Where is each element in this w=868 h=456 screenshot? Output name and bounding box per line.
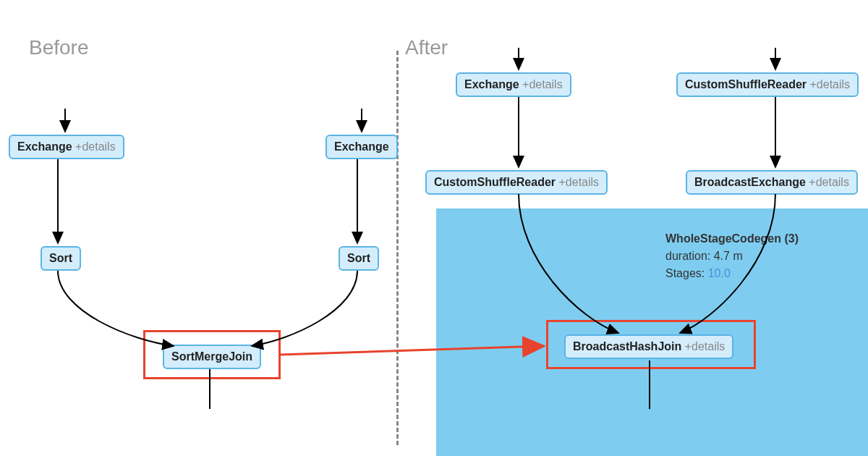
section-title-before: Before: [29, 36, 89, 59]
stage-stages: Stages: 10.0: [665, 265, 799, 282]
stage-title: WholeStageCodegen (3): [665, 230, 799, 248]
section-title-after: After: [405, 36, 448, 59]
node-sort-left: Sort: [41, 246, 81, 271]
stage-info: WholeStageCodegen (3) duration: 4.7 m St…: [665, 230, 799, 282]
highlight-after-join: [546, 320, 756, 369]
highlight-before-join: [143, 330, 281, 379]
node-label: CustomShuffleReader: [685, 78, 807, 90]
node-exchange-right: Exchange: [326, 135, 398, 159]
node-customshufflereader-top: CustomShuffleReader +details: [676, 72, 859, 97]
node-broadcastexchange: BroadcastExchange +details: [686, 170, 858, 195]
node-details[interactable]: +details: [75, 140, 116, 153]
node-label: CustomShuffleReader: [434, 176, 556, 188]
stage-duration: duration: 4.7 m: [665, 248, 799, 265]
node-details[interactable]: +details: [522, 78, 563, 90]
node-exchange-left: Exchange +details: [9, 135, 124, 159]
node-customshufflereader-left: CustomShuffleReader +details: [425, 170, 608, 195]
node-details[interactable]: +details: [809, 176, 849, 188]
node-label: Exchange: [17, 140, 72, 153]
node-label: Exchange: [334, 140, 389, 153]
vertical-divider: [396, 51, 399, 445]
node-label: BroadcastExchange: [694, 176, 806, 188]
node-sort-right: Sort: [339, 246, 379, 271]
node-details[interactable]: +details: [558, 176, 599, 188]
node-details[interactable]: +details: [809, 78, 850, 90]
node-exchange-after: Exchange +details: [456, 72, 571, 97]
stage-stages-label: Stages:: [665, 267, 708, 279]
node-label: Sort: [49, 252, 72, 264]
stage-stages-link[interactable]: 10.0: [708, 267, 731, 279]
node-label: Exchange: [464, 78, 519, 90]
node-label: Sort: [347, 252, 370, 264]
